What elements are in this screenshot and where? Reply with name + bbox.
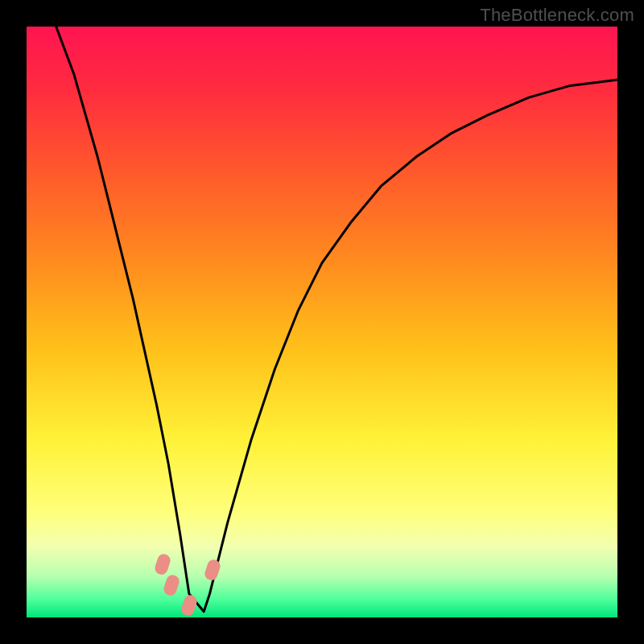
svg-rect-0 [27,27,617,617]
background-gradient [27,27,617,617]
plot-area [27,27,617,617]
watermark-text: TheBottleneck.com [480,5,634,26]
chart-frame: TheBottleneck.com [0,0,644,644]
